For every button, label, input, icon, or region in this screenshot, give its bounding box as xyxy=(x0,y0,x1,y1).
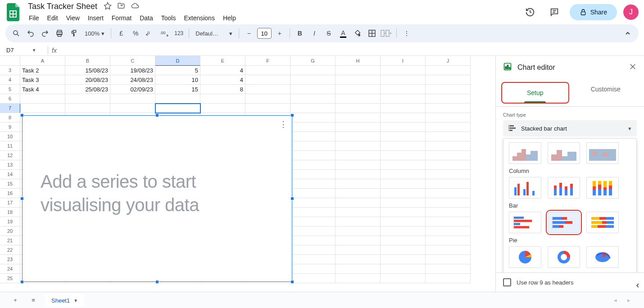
zoom-dropdown[interactable]: 100% ▾ xyxy=(82,30,107,37)
cell[interactable] xyxy=(336,94,381,104)
cell[interactable] xyxy=(336,245,381,255)
cell[interactable] xyxy=(290,122,336,132)
font-family-dropdown[interactable]: Defaul…▾ xyxy=(193,30,235,37)
cell[interactable]: 15/08/23 xyxy=(65,66,110,75)
cell[interactable] xyxy=(426,208,471,217)
cell[interactable] xyxy=(381,170,426,179)
row-6[interactable]: 6 xyxy=(0,94,20,104)
cell[interactable] xyxy=(290,208,336,217)
cell[interactable]: 8 xyxy=(200,85,245,94)
cell[interactable] xyxy=(336,226,381,236)
chart-type-column-stacked[interactable] xyxy=(548,177,580,199)
cell[interactable]: Task 4 xyxy=(20,85,65,94)
cell[interactable] xyxy=(290,66,336,75)
cell[interactable] xyxy=(336,264,381,274)
cell[interactable] xyxy=(381,113,426,122)
fill-color-button[interactable] xyxy=(351,27,364,40)
resize-handle[interactable] xyxy=(290,197,294,200)
resize-handle[interactable] xyxy=(155,280,159,284)
cell[interactable] xyxy=(20,94,65,104)
cell[interactable] xyxy=(290,170,336,179)
row-11[interactable]: 11 xyxy=(0,141,20,151)
cell[interactable] xyxy=(426,132,471,141)
col-G[interactable]: G xyxy=(290,56,336,66)
cell[interactable] xyxy=(381,189,426,198)
select-all-corner[interactable] xyxy=(0,56,20,66)
cell[interactable] xyxy=(290,151,336,160)
resize-handle[interactable] xyxy=(290,280,294,284)
cell[interactable]: 19/08/23 xyxy=(110,66,155,75)
percent-button[interactable]: % xyxy=(129,27,142,40)
cell[interactable] xyxy=(290,132,336,141)
chart-type-stepped-area[interactable] xyxy=(509,142,541,164)
chart-type-bar-100[interactable] xyxy=(586,212,619,233)
cell[interactable]: 5 xyxy=(155,66,200,75)
chart-type-3d-pie[interactable] xyxy=(586,246,619,268)
use-row-headers-checkbox[interactable] xyxy=(503,278,511,286)
cloud-status-icon[interactable] xyxy=(131,2,140,11)
add-sheet-button[interactable]: + xyxy=(9,294,22,307)
increase-decimal-button[interactable]: .00 xyxy=(158,27,171,40)
cell[interactable] xyxy=(245,94,290,104)
cell[interactable] xyxy=(381,122,426,132)
col-D[interactable]: D xyxy=(155,56,200,66)
cell[interactable] xyxy=(336,217,381,226)
cell[interactable] xyxy=(290,104,336,113)
all-sheets-button[interactable]: ≡ xyxy=(27,294,40,307)
chart-type-dropdown[interactable]: Stacked bar chart ▾ xyxy=(503,120,637,136)
col-H[interactable]: H xyxy=(336,56,381,66)
cell[interactable] xyxy=(336,104,381,113)
tab-customise[interactable]: Customise xyxy=(573,79,639,106)
resize-handle[interactable] xyxy=(20,113,24,117)
cell[interactable] xyxy=(65,104,110,113)
cell[interactable] xyxy=(426,170,471,179)
cell[interactable] xyxy=(245,85,290,94)
resize-handle[interactable] xyxy=(20,280,24,284)
more-toolbar-icon[interactable]: ⋮ xyxy=(400,27,413,40)
cell[interactable] xyxy=(426,264,471,274)
row-10[interactable]: 10 xyxy=(0,132,20,141)
cell[interactable] xyxy=(336,189,381,198)
cell[interactable] xyxy=(426,104,471,113)
cell[interactable] xyxy=(381,217,426,226)
cell[interactable] xyxy=(381,85,426,94)
cell[interactable] xyxy=(336,122,381,132)
row-25[interactable]: 25 xyxy=(0,274,20,283)
redo-icon[interactable] xyxy=(39,27,51,40)
cell[interactable] xyxy=(381,236,426,245)
cell[interactable] xyxy=(426,94,471,104)
side-panel-toggle[interactable] xyxy=(632,280,643,291)
chart-type-donut[interactable] xyxy=(548,246,580,268)
comments-icon[interactable] xyxy=(545,3,563,21)
cell[interactable] xyxy=(336,208,381,217)
star-icon[interactable] xyxy=(104,2,112,11)
cell[interactable] xyxy=(426,113,471,122)
cell[interactable] xyxy=(336,132,381,141)
cell[interactable] xyxy=(336,151,381,160)
share-button[interactable]: Share xyxy=(570,4,617,20)
col-J[interactable]: J xyxy=(426,56,471,66)
print-icon[interactable] xyxy=(53,27,66,40)
collapse-toolbar-icon[interactable] xyxy=(621,27,634,40)
cell[interactable] xyxy=(336,160,381,170)
cell[interactable] xyxy=(381,274,426,283)
row-14[interactable]: 14 xyxy=(0,170,20,179)
resize-handle[interactable] xyxy=(155,113,159,117)
cell[interactable] xyxy=(245,104,290,113)
cell[interactable]: Task 3 xyxy=(20,75,65,85)
cell[interactable] xyxy=(110,104,155,113)
italic-button[interactable]: I xyxy=(308,27,321,40)
cell[interactable] xyxy=(426,122,471,132)
cell[interactable]: 4 xyxy=(200,75,245,85)
active-cell[interactable] xyxy=(155,104,200,113)
cell[interactable] xyxy=(65,94,110,104)
cell[interactable] xyxy=(381,160,426,170)
cell[interactable] xyxy=(336,85,381,94)
cell[interactable] xyxy=(290,217,336,226)
move-icon[interactable] xyxy=(117,2,125,11)
col-A[interactable]: A xyxy=(20,56,65,66)
formula-bar[interactable] xyxy=(57,47,642,54)
bold-button[interactable]: B xyxy=(294,27,306,40)
row-3[interactable]: 3 xyxy=(0,66,20,75)
history-icon[interactable] xyxy=(521,3,539,21)
